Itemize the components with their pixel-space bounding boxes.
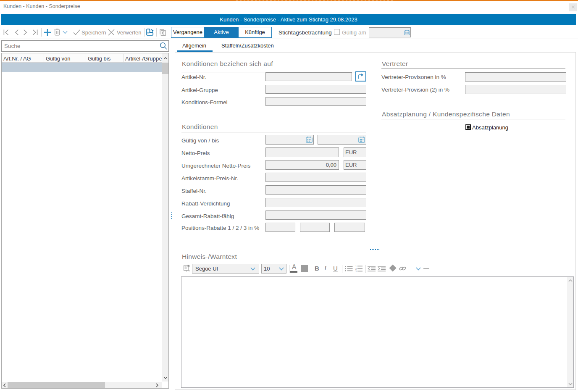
svg-text:3: 3 (355, 270, 357, 272)
